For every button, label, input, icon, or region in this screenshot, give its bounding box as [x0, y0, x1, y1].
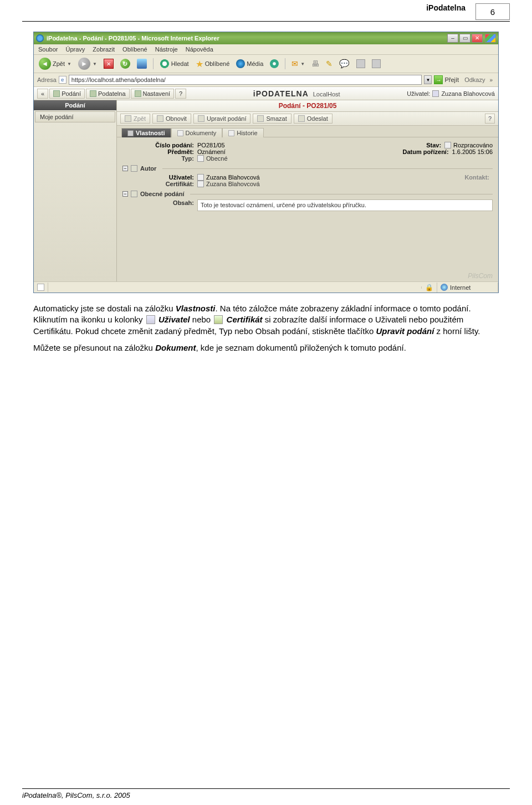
- uzivatel-icon[interactable]: [197, 174, 204, 181]
- tabs-row: Vlastnosti Dokumenty Historie: [117, 126, 498, 137]
- search-button[interactable]: Hledat: [158, 58, 191, 70]
- star-icon: ★: [196, 59, 203, 69]
- action-smazat-button[interactable]: Smazat: [253, 114, 291, 124]
- action-zpet-label: Zpět: [134, 115, 146, 122]
- text: z horní lišty.: [434, 326, 480, 336]
- action-obnovit-label: Obnovit: [166, 115, 187, 122]
- menu-soubor[interactable]: Soubor: [38, 46, 58, 53]
- nav-collapse-button[interactable]: «: [37, 89, 48, 99]
- field-obsah-value[interactable]: Toto je testovací oznámení, určené pro u…: [197, 199, 493, 211]
- back-button[interactable]: ◄ Zpět ▼: [37, 57, 73, 71]
- content-title: Podání - PO281/05: [117, 100, 498, 112]
- app-user-label: Uživatel:: [407, 90, 430, 97]
- inline-user-icon: [146, 315, 155, 324]
- section-obecne-label: Obecné podání: [140, 191, 184, 197]
- address-dropdown-icon[interactable]: ▼: [424, 75, 432, 84]
- dokumenty-icon: [177, 130, 183, 136]
- address-bar: Adresa e https://localhost.athena/ipodat…: [34, 73, 498, 87]
- print-icon: 🖶: [311, 59, 319, 68]
- menu-napoveda[interactable]: Nápověda: [186, 46, 213, 53]
- menu-upravy[interactable]: Úpravy: [65, 46, 85, 53]
- window-title: iPodatelna - Podání - PO281/05 - Microso…: [47, 35, 447, 42]
- header-product-label: iPodatelna: [426, 3, 475, 12]
- window-titlebar: iPodatelna - Podání - PO281/05 - Microso…: [34, 32, 498, 44]
- menu-oblibene[interactable]: Oblíbené: [122, 46, 147, 53]
- home-button[interactable]: [135, 58, 149, 70]
- action-upravit-button[interactable]: Upravit podání: [193, 114, 251, 124]
- edit-button[interactable]: ✎: [324, 58, 334, 69]
- nav-help-button[interactable]: ?: [175, 89, 186, 99]
- ie-icon: [36, 34, 44, 42]
- paragraph-1: Automaticky jste se dostali na záložku V…: [33, 303, 499, 337]
- media-button[interactable]: Média: [234, 58, 265, 69]
- toggle-obecne-icon[interactable]: −: [122, 191, 128, 197]
- nav-podatelna-button[interactable]: Podatelna: [86, 89, 130, 99]
- status-bar: 🔒 Internet: [34, 281, 498, 293]
- discuss-button[interactable]: 💬: [337, 58, 351, 70]
- forward-button[interactable]: ► ▼: [76, 57, 99, 71]
- field-typ-value: Obecné: [206, 155, 228, 162]
- mail-button[interactable]: ✉▼: [290, 58, 306, 69]
- text: Automaticky jste se dostali na záložku: [33, 304, 176, 313]
- nav-podani-button[interactable]: Podání: [49, 89, 85, 99]
- field-cislo-label: Číslo podání:: [122, 142, 197, 148]
- back-dropdown-icon[interactable]: ▼: [67, 61, 71, 66]
- forward-dropdown-icon[interactable]: ▼: [93, 61, 97, 66]
- print-button[interactable]: 🖶: [310, 58, 321, 69]
- maximize-button[interactable]: ▭: [459, 34, 470, 43]
- generic-icon: [356, 59, 365, 68]
- app-nav: « Podání Podatelna Nastavení ?: [37, 89, 186, 99]
- field-predmet-value: Oznámení: [197, 148, 226, 155]
- go-label: Přejít: [444, 76, 459, 83]
- field-stav-value: Rozpracováno: [453, 142, 493, 148]
- podatelna-icon: [90, 90, 96, 97]
- tab-vlastnosti[interactable]: Vlastnosti: [121, 128, 171, 137]
- watermark: PilsCom: [468, 272, 493, 280]
- favorites-button[interactable]: ★ Oblíbené: [194, 58, 232, 70]
- action-odeslat-button[interactable]: Odeslat: [294, 114, 332, 124]
- section-autor: − Autor: [122, 165, 493, 172]
- field-uzivatel-value: Zuzana Blahovcová: [206, 174, 260, 181]
- menu-nastroje[interactable]: Nástroje: [155, 46, 178, 53]
- chevron-more-icon[interactable]: »: [487, 77, 495, 83]
- action-odeslat-label: Odeslat: [307, 115, 328, 122]
- toolbar-separator: [153, 58, 154, 69]
- action-obnovit-button[interactable]: Obnovit: [152, 114, 191, 124]
- help-button[interactable]: ?: [485, 114, 495, 124]
- app-host: LocalHost: [313, 91, 340, 98]
- tab-dokumenty[interactable]: Dokumenty: [171, 128, 223, 137]
- tab-historie-label: Historie: [237, 130, 257, 136]
- browser-window: iPodatelna - Podání - PO281/05 - Microso…: [33, 32, 499, 293]
- generic-icon: [372, 59, 381, 68]
- action-row: Zpět Obnovit Upravit podání Smazat Odesl…: [117, 112, 498, 126]
- address-label: Adresa: [37, 76, 57, 83]
- refresh-button[interactable]: ↻: [119, 58, 132, 70]
- mail-dropdown-icon[interactable]: ▼: [300, 61, 305, 66]
- nav-nastaveni-button[interactable]: Nastavení: [131, 89, 175, 99]
- toolbar-extra-2[interactable]: [370, 58, 382, 69]
- toggle-autor-icon[interactable]: −: [122, 166, 128, 171]
- toolbar-extra-1[interactable]: [355, 58, 367, 69]
- tab-historie[interactable]: Historie: [222, 128, 263, 137]
- menu-zobrazit[interactable]: Zobrazit: [93, 46, 115, 53]
- sidebar-item-moje-podani[interactable]: Moje podání: [35, 111, 115, 122]
- text-bold: Dokument: [155, 343, 196, 352]
- history-button[interactable]: [268, 58, 280, 69]
- close-button[interactable]: ✕: [472, 34, 483, 43]
- stop-button[interactable]: ✕: [102, 58, 115, 70]
- typ-icon: [197, 155, 204, 162]
- links-label[interactable]: Odkazy: [464, 76, 485, 83]
- section-autor-label: Autor: [140, 165, 156, 172]
- app-user-display: Uživatel: Zuzana Blahovcová: [407, 90, 495, 97]
- obecne-section-icon: [131, 191, 137, 197]
- address-field[interactable]: https://localhost.athena/ipodatelna/: [69, 75, 422, 85]
- minimize-button[interactable]: –: [447, 34, 458, 43]
- edit-icon: ✎: [326, 59, 332, 68]
- form-area: Číslo podání: PO281/05 Stav: Rozpracován…: [117, 137, 498, 281]
- status-lock-cell: 🔒: [422, 283, 437, 293]
- go-button[interactable]: → Přejít: [434, 75, 459, 84]
- certifikat-icon[interactable]: [197, 181, 204, 187]
- refresh-icon: ↻: [120, 59, 130, 69]
- action-zpet-button[interactable]: Zpět: [120, 114, 150, 124]
- menu-bar: Soubor Úpravy Zobrazit Oblíbené Nástroje…: [34, 44, 498, 55]
